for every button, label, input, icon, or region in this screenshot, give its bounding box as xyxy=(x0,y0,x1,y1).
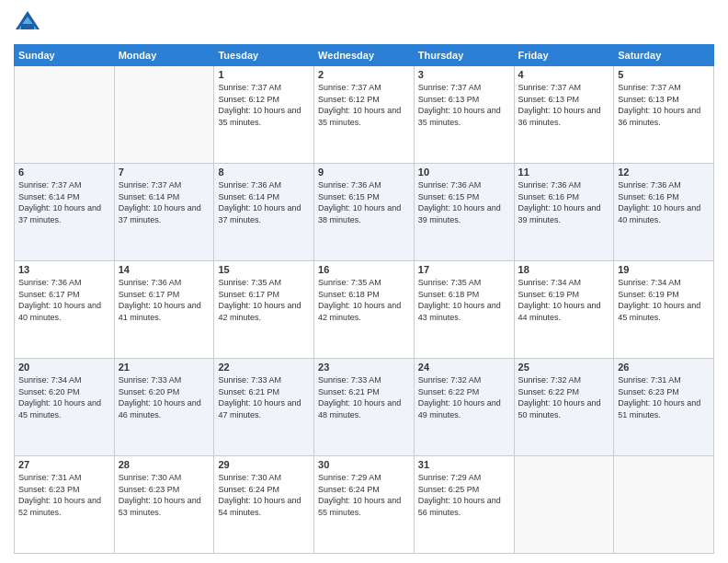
day-number: 5 xyxy=(618,69,710,80)
day-number: 18 xyxy=(518,264,610,275)
day-info: Sunrise: 7:36 AMSunset: 6:16 PMDaylight:… xyxy=(618,179,710,225)
day-info: Sunrise: 7:33 AMSunset: 6:20 PMDaylight:… xyxy=(119,374,210,420)
day-number: 24 xyxy=(418,362,510,373)
day-info: Sunrise: 7:36 AMSunset: 6:15 PMDaylight:… xyxy=(418,179,510,225)
calendar-week-2: 6Sunrise: 7:37 AMSunset: 6:14 PMDaylight… xyxy=(15,164,714,261)
page: SundayMondayTuesdayWednesdayThursdayFrid… xyxy=(0,0,728,563)
calendar-cell: 7Sunrise: 7:37 AMSunset: 6:14 PMDaylight… xyxy=(114,164,214,261)
day-info: Sunrise: 7:37 AMSunset: 6:13 PMDaylight:… xyxy=(618,82,710,128)
day-number: 27 xyxy=(18,459,110,470)
calendar-week-4: 20Sunrise: 7:34 AMSunset: 6:20 PMDayligh… xyxy=(15,359,714,456)
day-info: Sunrise: 7:37 AMSunset: 6:13 PMDaylight:… xyxy=(418,82,510,128)
calendar-week-3: 13Sunrise: 7:36 AMSunset: 6:17 PMDayligh… xyxy=(15,261,714,359)
calendar-cell: 21Sunrise: 7:33 AMSunset: 6:20 PMDayligh… xyxy=(114,359,214,456)
logo xyxy=(14,9,45,37)
day-info: Sunrise: 7:34 AMSunset: 6:20 PMDaylight:… xyxy=(18,374,110,420)
calendar-cell: 6Sunrise: 7:37 AMSunset: 6:14 PMDaylight… xyxy=(15,164,115,261)
calendar-cell: 17Sunrise: 7:35 AMSunset: 6:18 PMDayligh… xyxy=(414,261,514,359)
calendar-cell: 24Sunrise: 7:32 AMSunset: 6:22 PMDayligh… xyxy=(414,359,514,456)
day-number: 4 xyxy=(518,69,610,80)
calendar-table: SundayMondayTuesdayWednesdayThursdayFrid… xyxy=(14,44,714,554)
day-number: 9 xyxy=(318,167,410,178)
day-info: Sunrise: 7:29 AMSunset: 6:24 PMDaylight:… xyxy=(318,472,410,518)
calendar-cell: 3Sunrise: 7:37 AMSunset: 6:13 PMDaylight… xyxy=(414,66,514,164)
day-number: 8 xyxy=(218,167,310,178)
day-number: 22 xyxy=(218,362,310,373)
calendar-cell: 1Sunrise: 7:37 AMSunset: 6:12 PMDaylight… xyxy=(214,66,314,164)
day-header-thursday: Thursday xyxy=(414,45,514,66)
calendar-cell: 23Sunrise: 7:33 AMSunset: 6:21 PMDayligh… xyxy=(314,359,415,456)
calendar-cell: 16Sunrise: 7:35 AMSunset: 6:18 PMDayligh… xyxy=(314,261,415,359)
svg-rect-2 xyxy=(21,24,34,29)
calendar-cell xyxy=(15,66,115,164)
day-header-monday: Monday xyxy=(114,45,214,66)
day-number: 3 xyxy=(418,69,510,80)
day-info: Sunrise: 7:36 AMSunset: 6:17 PMDaylight:… xyxy=(18,277,110,323)
calendar-cell: 10Sunrise: 7:36 AMSunset: 6:15 PMDayligh… xyxy=(414,164,514,261)
day-info: Sunrise: 7:31 AMSunset: 6:23 PMDaylight:… xyxy=(618,374,710,420)
day-number: 6 xyxy=(18,167,110,178)
day-number: 19 xyxy=(618,264,710,275)
day-info: Sunrise: 7:35 AMSunset: 6:18 PMDaylight:… xyxy=(418,277,510,323)
day-number: 25 xyxy=(518,362,610,373)
day-number: 29 xyxy=(218,459,310,470)
day-header-tuesday: Tuesday xyxy=(214,45,314,66)
day-header-saturday: Saturday xyxy=(614,45,714,66)
day-number: 26 xyxy=(618,362,710,373)
day-number: 21 xyxy=(119,362,210,373)
calendar-cell: 9Sunrise: 7:36 AMSunset: 6:15 PMDaylight… xyxy=(314,164,415,261)
calendar-cell: 22Sunrise: 7:33 AMSunset: 6:21 PMDayligh… xyxy=(214,359,314,456)
day-info: Sunrise: 7:33 AMSunset: 6:21 PMDaylight:… xyxy=(218,374,310,420)
day-info: Sunrise: 7:37 AMSunset: 6:12 PMDaylight:… xyxy=(218,82,310,128)
calendar-cell: 12Sunrise: 7:36 AMSunset: 6:16 PMDayligh… xyxy=(614,164,714,261)
day-number: 17 xyxy=(418,264,510,275)
day-number: 15 xyxy=(218,264,310,275)
day-number: 20 xyxy=(18,362,110,373)
day-info: Sunrise: 7:37 AMSunset: 6:14 PMDaylight:… xyxy=(18,179,110,225)
calendar-cell: 25Sunrise: 7:32 AMSunset: 6:22 PMDayligh… xyxy=(514,359,614,456)
calendar-cell: 19Sunrise: 7:34 AMSunset: 6:19 PMDayligh… xyxy=(614,261,714,359)
day-info: Sunrise: 7:29 AMSunset: 6:25 PMDaylight:… xyxy=(418,472,510,518)
calendar-week-1: 1Sunrise: 7:37 AMSunset: 6:12 PMDaylight… xyxy=(15,66,714,164)
day-number: 23 xyxy=(318,362,410,373)
day-header-wednesday: Wednesday xyxy=(314,45,415,66)
day-number: 11 xyxy=(518,167,610,178)
day-number: 12 xyxy=(618,167,710,178)
day-info: Sunrise: 7:35 AMSunset: 6:17 PMDaylight:… xyxy=(218,277,310,323)
day-info: Sunrise: 7:34 AMSunset: 6:19 PMDaylight:… xyxy=(618,277,710,323)
day-info: Sunrise: 7:32 AMSunset: 6:22 PMDaylight:… xyxy=(418,374,510,420)
day-info: Sunrise: 7:36 AMSunset: 6:17 PMDaylight:… xyxy=(119,277,210,323)
calendar-cell: 29Sunrise: 7:30 AMSunset: 6:24 PMDayligh… xyxy=(214,456,314,554)
day-number: 28 xyxy=(119,459,210,470)
calendar-cell: 18Sunrise: 7:34 AMSunset: 6:19 PMDayligh… xyxy=(514,261,614,359)
calendar-cell xyxy=(514,456,614,554)
calendar-cell: 15Sunrise: 7:35 AMSunset: 6:17 PMDayligh… xyxy=(214,261,314,359)
calendar-cell: 31Sunrise: 7:29 AMSunset: 6:25 PMDayligh… xyxy=(414,456,514,554)
day-header-sunday: Sunday xyxy=(15,45,115,66)
calendar-cell: 14Sunrise: 7:36 AMSunset: 6:17 PMDayligh… xyxy=(114,261,214,359)
calendar-cell: 2Sunrise: 7:37 AMSunset: 6:12 PMDaylight… xyxy=(314,66,415,164)
day-info: Sunrise: 7:34 AMSunset: 6:19 PMDaylight:… xyxy=(518,277,610,323)
day-info: Sunrise: 7:32 AMSunset: 6:22 PMDaylight:… xyxy=(518,374,610,420)
day-info: Sunrise: 7:35 AMSunset: 6:18 PMDaylight:… xyxy=(318,277,410,323)
day-number: 13 xyxy=(18,264,110,275)
day-number: 7 xyxy=(119,167,210,178)
day-info: Sunrise: 7:30 AMSunset: 6:23 PMDaylight:… xyxy=(119,472,210,518)
day-info: Sunrise: 7:36 AMSunset: 6:16 PMDaylight:… xyxy=(518,179,610,225)
calendar-cell: 11Sunrise: 7:36 AMSunset: 6:16 PMDayligh… xyxy=(514,164,614,261)
calendar-cell: 26Sunrise: 7:31 AMSunset: 6:23 PMDayligh… xyxy=(614,359,714,456)
calendar-week-5: 27Sunrise: 7:31 AMSunset: 6:23 PMDayligh… xyxy=(15,456,714,554)
calendar-cell: 30Sunrise: 7:29 AMSunset: 6:24 PMDayligh… xyxy=(314,456,415,554)
day-number: 1 xyxy=(218,69,310,80)
day-info: Sunrise: 7:30 AMSunset: 6:24 PMDaylight:… xyxy=(218,472,310,518)
day-number: 10 xyxy=(418,167,510,178)
day-info: Sunrise: 7:36 AMSunset: 6:15 PMDaylight:… xyxy=(318,179,410,225)
calendar-header-row: SundayMondayTuesdayWednesdayThursdayFrid… xyxy=(15,45,714,66)
calendar-cell: 28Sunrise: 7:30 AMSunset: 6:23 PMDayligh… xyxy=(114,456,214,554)
calendar-cell: 13Sunrise: 7:36 AMSunset: 6:17 PMDayligh… xyxy=(15,261,115,359)
calendar-cell: 8Sunrise: 7:36 AMSunset: 6:14 PMDaylight… xyxy=(214,164,314,261)
calendar-cell: 5Sunrise: 7:37 AMSunset: 6:13 PMDaylight… xyxy=(614,66,714,164)
day-number: 30 xyxy=(318,459,410,470)
day-info: Sunrise: 7:36 AMSunset: 6:14 PMDaylight:… xyxy=(218,179,310,225)
calendar-cell xyxy=(614,456,714,554)
